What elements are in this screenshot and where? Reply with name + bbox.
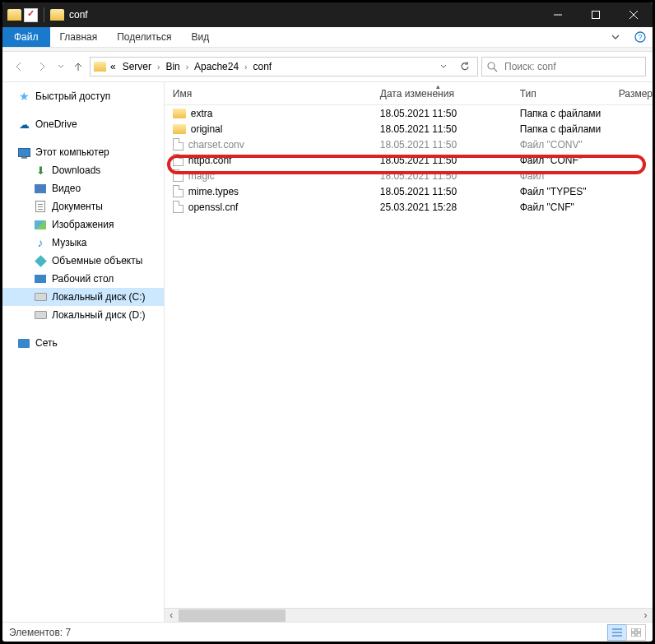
file-list[interactable]: extra18.05.2021 11:50Папка с файламиorig… xyxy=(165,105,653,622)
file-date: 18.05.2021 11:50 xyxy=(380,139,520,151)
scroll-right-icon[interactable]: › xyxy=(639,609,653,623)
file-name-cell: original xyxy=(173,123,380,135)
folder-icon xyxy=(94,62,106,72)
separator xyxy=(44,7,44,22)
address-dropdown-icon[interactable] xyxy=(434,58,453,76)
statusbar: Элементов: 7 xyxy=(2,622,653,642)
close-button[interactable] xyxy=(615,2,653,27)
breadcrumb-item[interactable]: Bin xyxy=(163,61,182,72)
chevron-right-icon[interactable]: › xyxy=(243,63,249,72)
sidebar-desktop[interactable]: Рабочий стол xyxy=(2,270,164,288)
svg-rect-4 xyxy=(631,628,635,632)
file-row[interactable]: mime.types18.05.2021 11:50Файл "TYPES" xyxy=(165,183,653,199)
status-count: Элементов: 7 xyxy=(9,627,71,638)
view-large-button[interactable] xyxy=(626,624,646,641)
nav-back-button[interactable] xyxy=(9,57,29,76)
file-name-cell: magic xyxy=(173,169,380,182)
file-row[interactable]: charset.conv18.05.2021 11:50Файл "CONV" xyxy=(165,137,653,152)
file-icon xyxy=(173,169,183,182)
sidebar-disk-d[interactable]: Локальный диск (D:) xyxy=(2,306,164,324)
file-type: Файл xyxy=(520,170,619,182)
sidebar-disk-c[interactable]: Локальный диск (C:) xyxy=(2,288,164,306)
sidebar-video[interactable]: Видео xyxy=(2,179,164,197)
sidebar-onedrive[interactable]: ☁OneDrive xyxy=(2,115,164,133)
sidebar-network[interactable]: Сеть xyxy=(2,334,164,352)
sidebar-pictures[interactable]: Изображения xyxy=(2,215,164,234)
horizontal-scrollbar[interactable]: ‹ › xyxy=(165,608,653,622)
refresh-icon[interactable] xyxy=(456,58,474,76)
breadcrumb-item[interactable]: Apache24 xyxy=(192,61,241,72)
column-date[interactable]: Дата изменения xyxy=(380,88,520,100)
sidebar-documents[interactable]: Документы xyxy=(2,197,164,215)
column-headers: Имя Дата изменения Тип Размер ▴ xyxy=(165,82,653,105)
menu-share[interactable]: Поделиться xyxy=(107,27,181,47)
file-row[interactable]: magic18.05.2021 11:50Файл xyxy=(165,168,653,183)
file-row[interactable]: extra18.05.2021 11:50Папка с файлами xyxy=(165,105,653,121)
file-name-cell: openssl.cnf xyxy=(173,201,380,213)
file-name-cell: mime.types xyxy=(173,185,380,197)
menubar: Файл Главная Поделиться Вид ? xyxy=(2,27,653,48)
sidebar-label: Рабочий стол xyxy=(52,273,114,285)
file-date: 18.05.2021 11:50 xyxy=(380,155,520,166)
file-row[interactable]: original18.05.2021 11:50Папка с файлами xyxy=(165,121,653,137)
view-details-button[interactable] xyxy=(607,624,627,641)
file-date: 18.05.2021 11:50 xyxy=(380,186,520,197)
properties-icon[interactable] xyxy=(24,8,38,22)
column-name[interactable]: Имя xyxy=(173,88,380,100)
nav-recent-button[interactable] xyxy=(55,57,67,76)
sidebar-music[interactable]: ♪Музыка xyxy=(2,234,164,252)
sidebar-label: Этот компьютер xyxy=(35,146,109,158)
file-date: 18.05.2021 11:50 xyxy=(380,123,520,135)
chevron-right-icon[interactable]: › xyxy=(184,63,190,72)
sidebar-label: Объемные объекты xyxy=(52,255,142,266)
file-name: original xyxy=(191,123,223,135)
disk-icon xyxy=(34,290,47,303)
chevron-right-icon[interactable]: › xyxy=(156,63,161,72)
sidebar-quick-access[interactable]: ★Быстрый доступ xyxy=(2,87,164,105)
sidebar-3d-objects[interactable]: Объемные объекты xyxy=(2,252,164,270)
file-date: 18.05.2021 11:50 xyxy=(380,170,520,182)
file-type: Файл "CNF" xyxy=(520,202,619,213)
ribbon-toggle-icon[interactable] xyxy=(603,27,628,47)
column-size[interactable]: Размер xyxy=(619,88,653,100)
scroll-left-icon[interactable]: ‹ xyxy=(165,609,179,623)
file-row[interactable]: openssl.cnf25.03.2021 15:28Файл "CNF" xyxy=(165,199,653,215)
document-icon xyxy=(34,200,47,213)
maximize-button[interactable] xyxy=(577,2,615,27)
svg-point-3 xyxy=(488,63,495,69)
file-date: 25.03.2021 15:28 xyxy=(380,202,520,213)
view-mode-buttons xyxy=(608,624,646,641)
scroll-thumb[interactable] xyxy=(179,609,286,622)
file-date: 18.05.2021 11:50 xyxy=(380,108,520,119)
sidebar-label: Локальный диск (C:) xyxy=(52,291,146,303)
minimize-button[interactable] xyxy=(539,2,577,27)
file-row[interactable]: httpd.conf18.05.2021 11:50Файл "CONF" xyxy=(165,152,653,168)
sidebar-label: Локальный диск (D:) xyxy=(52,309,146,321)
svg-rect-7 xyxy=(637,633,641,637)
folder-icon xyxy=(50,9,64,21)
sidebar-downloads[interactable]: ⬇Downloads xyxy=(2,161,164,179)
breadcrumb-item[interactable]: conf xyxy=(250,61,274,72)
file-list-area: Имя Дата изменения Тип Размер ▴ extra18.… xyxy=(165,82,653,622)
column-type[interactable]: Тип xyxy=(520,88,619,100)
breadcrumb-overflow[interactable]: « xyxy=(108,61,118,72)
file-icon xyxy=(173,201,183,213)
sidebar-label: Быстрый доступ xyxy=(35,90,110,102)
nav-forward-button[interactable] xyxy=(32,57,52,76)
svg-rect-0 xyxy=(592,12,600,19)
search-placeholder: Поиск: conf xyxy=(504,61,640,72)
file-icon xyxy=(173,185,183,197)
search-input[interactable]: Поиск: conf xyxy=(481,57,646,76)
menu-view[interactable]: Вид xyxy=(181,27,219,47)
disk-icon xyxy=(34,308,47,322)
sidebar-this-pc[interactable]: Этот компьютер xyxy=(2,143,164,161)
menu-file[interactable]: Файл xyxy=(2,27,50,47)
address-box[interactable]: « Server › Bin › Apache24 › conf xyxy=(90,57,478,76)
help-icon[interactable]: ? xyxy=(628,27,653,47)
file-type: Папка с файлами xyxy=(520,123,619,135)
file-name-cell: charset.conv xyxy=(173,138,380,151)
breadcrumb-item[interactable]: Server xyxy=(120,61,154,72)
menu-home[interactable]: Главная xyxy=(50,27,108,47)
pc-icon xyxy=(17,146,30,159)
nav-up-button[interactable] xyxy=(70,61,86,72)
